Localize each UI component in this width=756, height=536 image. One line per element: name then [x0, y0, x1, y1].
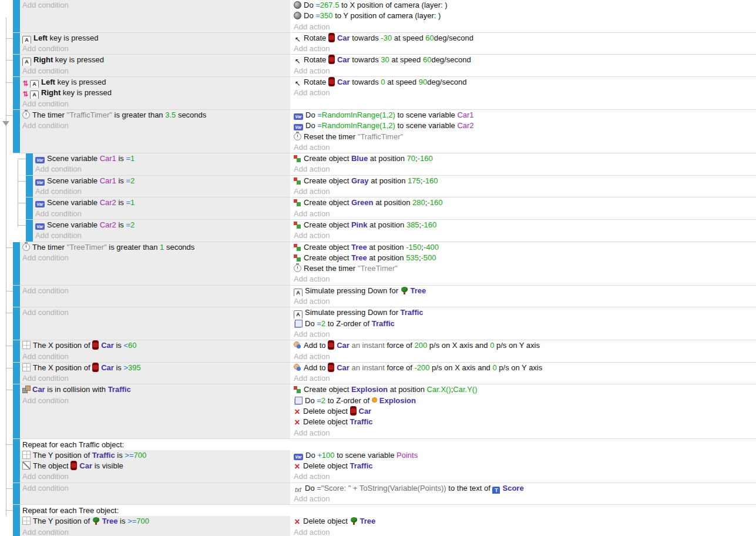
add-action-button[interactable]: Add action — [294, 186, 756, 197]
condition-line[interactable]: The object Car is visible — [22, 461, 290, 471]
event-selection-bar[interactable] — [13, 242, 20, 285]
action-line[interactable]: Do =267.5 to X position of camera (layer… — [294, 0, 756, 11]
event-selection-bar[interactable] — [13, 505, 20, 536]
add-condition-button[interactable]: Add condition — [22, 66, 290, 76]
action-line[interactable]: ×Delete object Car — [294, 406, 756, 417]
repeat-event-header[interactable]: Repeat for each Traffic object: — [20, 439, 756, 450]
action-line[interactable]: Do =2 to Z-order of Explosion — [294, 396, 756, 406]
add-action-button[interactable]: Add action — [294, 88, 756, 98]
event-selection-bar[interactable] — [13, 55, 20, 76]
add-condition-button[interactable]: Add condition — [35, 164, 290, 175]
action-line[interactable]: ×Delete object Tree — [294, 516, 756, 527]
condition-line[interactable]: The timer "TrafficTimer" is greater than… — [22, 110, 290, 120]
condition-line[interactable]: ⇅ARight key is pressed — [22, 88, 290, 98]
add-action-button[interactable]: Add action — [294, 209, 756, 219]
add-action-button[interactable]: Add action — [294, 296, 756, 307]
action-line[interactable]: ↖Rotate Car towards 30 at speed 60deg/se… — [294, 55, 756, 65]
action-line[interactable]: VarDo +100 to scene variable Points — [294, 450, 756, 461]
event-selection-bar[interactable] — [13, 384, 20, 438]
add-condition-button[interactable]: Add condition — [22, 120, 290, 131]
action-line[interactable]: ↖Rotate Car towards -30 at speed 60deg/s… — [294, 33, 756, 43]
add-action-button[interactable]: Add action — [294, 43, 756, 54]
action-line[interactable]: Create object Tree at position -150;-400 — [294, 242, 756, 253]
add-action-button[interactable]: Add action — [294, 230, 756, 241]
condition-line[interactable]: VarScene variable Car2 is =2 — [35, 220, 290, 230]
add-action-button[interactable]: Add action — [294, 164, 756, 175]
add-condition-button[interactable]: Add condition — [22, 483, 290, 494]
add-condition-button[interactable]: Add condition — [22, 307, 290, 318]
add-action-button[interactable]: Add action — [294, 22, 756, 32]
add-condition-button[interactable]: Add condition — [22, 253, 290, 263]
event-selection-bar[interactable] — [13, 363, 20, 384]
action-line[interactable]: Reset the timer "TrafficTimer" — [294, 132, 756, 142]
condition-line[interactable]: VarScene variable Car1 is =2 — [35, 176, 290, 186]
add-condition-button[interactable]: Add condition — [35, 230, 290, 241]
action-line[interactable]: Create object Tree at position 535;-500 — [294, 253, 756, 263]
event-selection-bar[interactable] — [13, 110, 20, 153]
add-action-button[interactable]: Add action — [294, 527, 756, 536]
condition-line[interactable]: VarScene variable Car2 is =1 — [35, 197, 290, 208]
condition-line[interactable]: The X position of Car is <60 — [22, 340, 290, 351]
condition-line[interactable]: Car is in collision with Traffic — [22, 384, 290, 395]
add-condition-button[interactable]: Add condition — [22, 99, 290, 109]
condition-line[interactable]: ARight key is pressed — [22, 55, 290, 65]
action-line[interactable]: Do =350 to Y position of camera (layer: … — [294, 11, 756, 21]
condition-line[interactable]: The Y position of Traffic is >=700 — [22, 450, 290, 461]
repeat-event-header[interactable]: Repeat for each Tree object: — [20, 505, 756, 516]
event-selection-bar[interactable] — [26, 197, 33, 219]
action-line[interactable]: Add to Car an instant force of -200 p/s … — [294, 363, 756, 373]
add-action-button[interactable]: Add action — [294, 428, 756, 438]
action-line[interactable]: Create object Green at position 280;-160 — [294, 197, 756, 208]
add-action-button[interactable]: Add action — [294, 351, 756, 362]
condition-line[interactable]: The Y position of Tree is >=700 — [22, 516, 290, 527]
action-line[interactable]: ×Delete object Traffic — [294, 461, 756, 471]
add-action-button[interactable]: Add action — [294, 373, 756, 384]
action-line[interactable]: Do =2 to Z-order of Traffic — [294, 319, 756, 329]
action-line[interactable]: Add to Car an instant force of 200 p/s o… — [294, 340, 756, 351]
add-condition-button[interactable]: Add condition — [22, 396, 290, 406]
condition-line[interactable]: VarScene variable Car1 is =1 — [35, 153, 290, 164]
event-selection-bar[interactable] — [13, 483, 20, 505]
add-condition-button[interactable]: Add condition — [22, 43, 290, 54]
event-selection-bar[interactable] — [26, 176, 33, 197]
event-selection-bar[interactable] — [13, 77, 20, 109]
add-action-button[interactable]: Add action — [294, 66, 756, 76]
action-line[interactable]: Reset the timer "TreeTimer" — [294, 263, 756, 274]
add-condition-button[interactable]: Add condition — [22, 351, 290, 362]
action-line[interactable]: Create object Gray at position 175;-160 — [294, 176, 756, 186]
action-line[interactable]: Create object Pink at position 385;-160 — [294, 220, 756, 230]
action-line[interactable]: VarDo =RandomInRange(1,2) to scene varia… — [294, 120, 756, 131]
action-line[interactable]: VarDo =RandomInRange(1,2) to scene varia… — [294, 110, 756, 120]
event-selection-bar[interactable] — [13, 307, 20, 340]
add-action-button[interactable]: Add action — [294, 274, 756, 284]
event-selection-bar[interactable] — [13, 340, 20, 362]
add-action-button[interactable]: Add action — [294, 494, 756, 504]
condition-line[interactable]: ⇅ALeft key is pressed — [22, 77, 290, 88]
add-condition-button[interactable]: Add condition — [22, 527, 290, 536]
condition-line[interactable]: The timer "TreeTimer" is greater than 1 … — [22, 242, 290, 253]
add-condition-button[interactable]: Add condition — [22, 0, 290, 11]
event-selection-bar[interactable] — [26, 153, 33, 175]
add-action-button[interactable]: Add action — [294, 142, 756, 153]
action-line[interactable]: txtDo ="Score: " + ToString(Variable(Poi… — [294, 483, 756, 494]
action-line[interactable]: ASimulate pressing Down for Tree — [294, 286, 756, 296]
add-condition-button[interactable]: Add condition — [35, 186, 290, 197]
add-condition-button[interactable]: Add condition — [22, 471, 290, 482]
action-line[interactable]: ×Delete object Traffic — [294, 417, 756, 427]
event-selection-bar[interactable] — [26, 220, 33, 242]
action-line[interactable]: Create object Explosion at position Car.… — [294, 384, 756, 395]
event-selection-bar[interactable] — [13, 286, 20, 307]
event-selection-bar[interactable] — [13, 439, 20, 483]
event-selection-bar[interactable] — [13, 0, 20, 32]
action-line[interactable]: Create object Blue at position 70;-160 — [294, 153, 756, 164]
condition-line[interactable]: The X position of Car is >395 — [22, 363, 290, 373]
add-condition-button[interactable]: Add condition — [35, 209, 290, 219]
add-condition-button[interactable]: Add condition — [22, 373, 290, 384]
add-action-button[interactable]: Add action — [294, 329, 756, 340]
event-selection-bar[interactable] — [13, 33, 20, 55]
condition-line[interactable]: ALeft key is pressed — [22, 33, 290, 43]
add-condition-button[interactable]: Add condition — [22, 286, 290, 296]
add-action-button[interactable]: Add action — [294, 471, 756, 482]
action-line[interactable]: ↖Rotate Car towards 0 at speed 90deg/sec… — [294, 77, 756, 88]
action-line[interactable]: ASimulate pressing Down for Traffic — [294, 307, 756, 318]
